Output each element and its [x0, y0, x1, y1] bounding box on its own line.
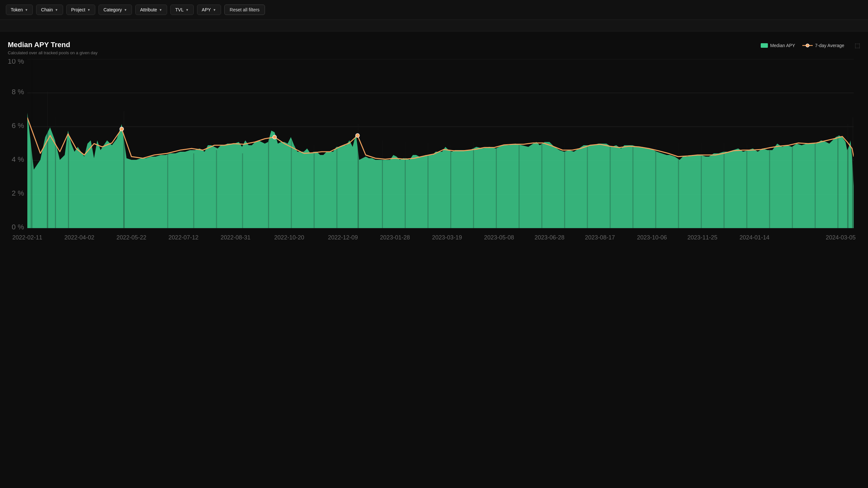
svg-text:2024-01-14: 2024-01-14 — [740, 234, 770, 241]
seven-day-avg-legend: 7-day Average — [802, 43, 844, 48]
svg-rect-47 — [792, 142, 793, 228]
svg-text:4 %: 4 % — [12, 155, 24, 163]
svg-rect-46 — [769, 143, 770, 228]
chart-title-group: Median APY Trend Calculated over all tra… — [8, 41, 97, 55]
svg-rect-18 — [68, 140, 69, 228]
svg-rect-28 — [358, 124, 359, 228]
svg-rect-41 — [655, 145, 656, 228]
svg-text:2023-11-25: 2023-11-25 — [688, 234, 717, 241]
apy-filter-button[interactable]: APY ▼ — [197, 5, 221, 15]
svg-rect-33 — [473, 142, 474, 228]
filter-bar: Token ▼ Chain ▼ Project ▼ Category ▼ Att… — [0, 0, 868, 20]
svg-text:2022-10-20: 2022-10-20 — [274, 234, 304, 241]
svg-rect-17 — [55, 118, 56, 228]
reset-filters-label: Reset all filters — [230, 7, 260, 12]
apy-filter-label: APY — [202, 7, 211, 12]
svg-text:2022-04-02: 2022-04-02 — [64, 234, 94, 241]
chart-svg: 0 % 2 % 4 % 6 % 8 % 10 % — [8, 59, 860, 248]
svg-text:2023-06-28: 2023-06-28 — [534, 234, 564, 241]
chart-container: 0 % 2 % 4 % 6 % 8 % 10 % — [8, 59, 860, 248]
project-filter-label: Project — [71, 7, 86, 12]
svg-rect-24 — [268, 137, 269, 228]
svg-text:2022-07-12: 2022-07-12 — [168, 234, 198, 241]
svg-point-1 — [806, 44, 809, 47]
svg-text:2022-05-22: 2022-05-22 — [116, 234, 146, 241]
svg-rect-36 — [541, 143, 542, 228]
svg-rect-34 — [496, 143, 497, 228]
chain-filter-button[interactable]: Chain ▼ — [36, 5, 63, 15]
seven-day-avg-legend-label: 7-day Average — [815, 43, 844, 48]
category-filter-label: Category — [103, 7, 122, 12]
token-chevron-icon: ▼ — [25, 8, 28, 12]
svg-rect-15 — [31, 59, 32, 228]
svg-rect-25 — [291, 140, 292, 228]
svg-rect-50 — [847, 124, 848, 228]
svg-rect-38 — [587, 143, 588, 228]
median-apy-legend-label: Median APY — [770, 43, 795, 48]
svg-rect-23 — [242, 153, 243, 228]
svg-rect-45 — [746, 144, 747, 228]
apy-chevron-icon: ▼ — [213, 8, 216, 12]
svg-rect-20 — [167, 150, 168, 228]
svg-point-52 — [120, 127, 124, 131]
token-filter-button[interactable]: Token ▼ — [6, 5, 33, 15]
attribute-filter-button[interactable]: Attribute ▼ — [135, 5, 167, 15]
svg-text:2022-12-09: 2022-12-09 — [328, 234, 358, 241]
tvl-chevron-icon: ▼ — [186, 8, 189, 12]
svg-rect-32 — [450, 145, 451, 228]
svg-rect-37 — [564, 142, 565, 228]
median-apy-legend-box — [761, 43, 768, 48]
svg-text:2023-01-28: 2023-01-28 — [380, 234, 410, 241]
svg-rect-16 — [47, 92, 48, 228]
reset-filters-button[interactable]: Reset all filters — [224, 5, 265, 15]
svg-rect-29 — [382, 140, 383, 228]
median-apy-legend: Median APY — [761, 43, 795, 48]
svg-text:8 %: 8 % — [12, 88, 24, 96]
category-filter-button[interactable]: Category ▼ — [98, 5, 132, 15]
svg-rect-49 — [837, 135, 838, 228]
token-filter-label: Token — [11, 7, 23, 12]
svg-rect-27 — [337, 147, 337, 228]
svg-text:2 %: 2 % — [12, 189, 24, 197]
chart-subtitle: Calculated over all tracked pools on a g… — [8, 51, 97, 55]
chain-filter-label: Chain — [41, 7, 53, 12]
svg-text:2023-05-08: 2023-05-08 — [484, 234, 514, 241]
svg-text:2022-08-31: 2022-08-31 — [220, 234, 250, 241]
svg-rect-51 — [852, 118, 854, 228]
svg-text:6 %: 6 % — [12, 122, 24, 130]
svg-rect-43 — [701, 143, 702, 228]
chart-section: Median APY Trend Calculated over all tra… — [0, 32, 868, 255]
chart-legend: Median APY 7-day Average — [761, 43, 844, 48]
sub-bar — [0, 20, 868, 32]
svg-text:2023-03-19: 2023-03-19 — [432, 234, 462, 241]
svg-rect-26 — [314, 145, 315, 228]
svg-text:2022-02-11: 2022-02-11 — [12, 234, 42, 241]
svg-text:2023-10-06: 2023-10-06 — [637, 234, 667, 241]
project-filter-button[interactable]: Project ▼ — [66, 5, 95, 15]
svg-rect-40 — [632, 147, 633, 228]
chart-title: Median APY Trend — [8, 41, 97, 49]
attribute-filter-label: Attribute — [140, 7, 157, 12]
category-chevron-icon: ▼ — [124, 8, 127, 12]
attribute-chevron-icon: ▼ — [159, 8, 162, 12]
svg-point-53 — [355, 133, 360, 137]
project-chevron-icon: ▼ — [87, 8, 90, 12]
chart-header: Median APY Trend Calculated over all tra… — [8, 41, 860, 55]
svg-rect-35 — [519, 143, 520, 228]
svg-rect-21 — [193, 153, 194, 228]
export-icon[interactable]: ⬚ — [855, 42, 860, 49]
svg-text:2023-08-17: 2023-08-17 — [585, 234, 615, 241]
svg-rect-48 — [815, 140, 816, 228]
svg-text:0 %: 0 % — [12, 223, 24, 231]
svg-rect-31 — [428, 143, 429, 228]
svg-rect-30 — [405, 142, 406, 228]
svg-text:2024-03-05: 2024-03-05 — [826, 234, 856, 241]
tvl-filter-label: TVL — [175, 7, 184, 12]
svg-point-54 — [273, 135, 277, 139]
svg-rect-39 — [610, 145, 611, 228]
svg-text:10 %: 10 % — [8, 59, 24, 65]
chain-chevron-icon: ▼ — [55, 8, 58, 12]
svg-rect-22 — [216, 150, 217, 228]
seven-day-avg-legend-icon — [802, 43, 813, 48]
tvl-filter-button[interactable]: TVL ▼ — [170, 5, 194, 15]
